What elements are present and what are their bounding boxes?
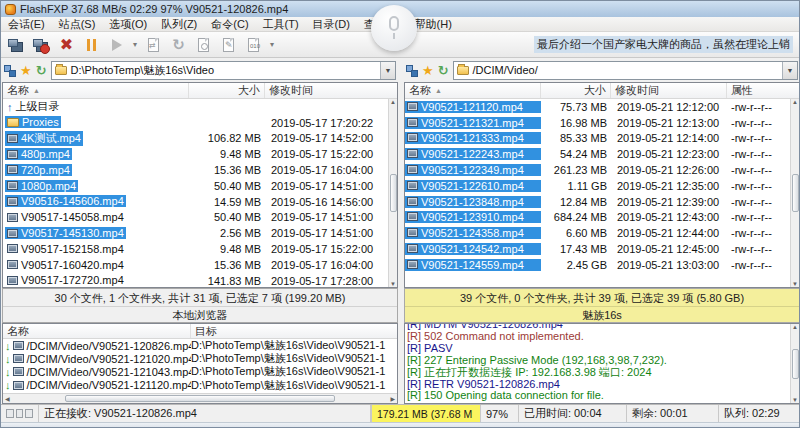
- file-row[interactable]: V90521-122610.mp4 1.11 GB 2019-05-21 12:…: [405, 178, 790, 194]
- file-row[interactable]: V90521-123910.mp4 684.24 MB 2019-05-21 1…: [405, 210, 790, 226]
- abort-button[interactable]: ✖: [54, 34, 79, 56]
- raw-mode-icon: [248, 38, 259, 52]
- scroll-right-icon[interactable]: ▶: [390, 395, 395, 402]
- remote-vertical-scrollbar[interactable]: ▲ ▼: [790, 99, 799, 287]
- file-row[interactable]: V90521-121333.mp4 85.33 MB 2019-05-21 12…: [405, 131, 790, 147]
- file-row[interactable]: 720p.mp4 15.36 MB 2019-05-17 16:04:00: [3, 162, 388, 178]
- file-row[interactable]: 480p.mp4 9.48 MB 2019-05-17 15:22:00: [3, 146, 388, 162]
- scroll-up-icon[interactable]: ▲: [792, 99, 798, 105]
- queue-column-name[interactable]: 名称: [3, 324, 191, 338]
- scroll-thumb[interactable]: [792, 349, 799, 379]
- file-row[interactable]: V90517-160420.mp4 15.36 MB 2019-05-17 16…: [3, 257, 388, 273]
- pause-button[interactable]: [79, 34, 104, 56]
- queue-row[interactable]: ↓/DCIM/Video/V90521-120826.mp4 D:\PhotoT…: [3, 339, 397, 352]
- resume-dropdown-button[interactable]: ▾: [129, 34, 141, 56]
- edit-file-button[interactable]: [216, 34, 241, 56]
- column-header-size[interactable]: 大小: [189, 83, 265, 98]
- file-type-icon: [7, 276, 18, 285]
- scroll-up-icon[interactable]: ▲: [792, 324, 798, 330]
- column-header-date[interactable]: 修改时间: [265, 83, 397, 98]
- scroll-down-icon[interactable]: ▼: [390, 281, 396, 287]
- column-header-name[interactable]: 名称▲: [405, 83, 541, 98]
- log-vertical-scrollbar[interactable]: ▲ ▼: [790, 324, 799, 403]
- column-header-size[interactable]: 大小: [541, 83, 611, 98]
- taskbar-edge: [1, 422, 799, 428]
- view-file-button[interactable]: [191, 34, 216, 56]
- file-row[interactable]: V90517-152158.mp4 9.48 MB 2019-05-17 15:…: [3, 241, 388, 257]
- site-manager-icon[interactable]: [4, 65, 16, 76]
- file-row[interactable]: V90516-145606.mp4 14.59 MB 2019-05-16 14…: [3, 194, 388, 210]
- file-row[interactable]: V90521-123848.mp4 12.84 MB 2019-05-21 12…: [405, 194, 790, 210]
- pause-icon: [87, 39, 96, 51]
- menu-item[interactable]: 会话(E): [1, 17, 52, 31]
- refresh-button[interactable]: ↻: [166, 34, 191, 56]
- movie-file-icon: [13, 367, 24, 376]
- scroll-up-icon[interactable]: ▲: [390, 99, 396, 105]
- go-arrow-icon[interactable]: ↻: [438, 64, 449, 77]
- file-row[interactable]: V90521-124559.mp4 2.45 GB 2019-05-21 13:…: [405, 257, 790, 273]
- transfer-status-message: 正在接收: V90521-120826.mp4: [39, 405, 371, 422]
- local-path-combobox[interactable]: D:\PhotoTemp\魅族16s\Video ▼: [51, 61, 396, 80]
- scroll-left-icon[interactable]: ◀: [5, 395, 10, 402]
- menu-item[interactable]: 站点(S): [52, 17, 103, 31]
- file-row[interactable]: V90521-124542.mp4 17.43 MB 2019-05-21 12…: [405, 241, 790, 257]
- file-type-icon: [7, 118, 19, 127]
- local-vertical-scrollbar[interactable]: ▲ ▼: [388, 99, 397, 287]
- remote-path-dropdown-button[interactable]: ▼: [782, 62, 797, 79]
- transfer-button[interactable]: [141, 34, 166, 56]
- remote-path-text: /DCIM/Video/: [473, 64, 538, 76]
- scroll-thumb[interactable]: [792, 174, 799, 212]
- file-row[interactable]: 4K测试.mp4 106.82 MB 2019-05-17 14:52:00: [3, 131, 388, 147]
- microphone-overlay-button[interactable]: [371, 5, 417, 51]
- scroll-down-icon[interactable]: ▼: [792, 281, 798, 287]
- remote-pane: ★ ↻ /DCIM/Video/ ▼ 名称▲ 大小 修改时间 属性: [404, 58, 800, 288]
- column-header-date[interactable]: 修改时间: [611, 83, 727, 98]
- resume-button[interactable]: [104, 34, 129, 56]
- file-row[interactable]: Proxies 2019-05-17 17:20:22: [3, 115, 388, 131]
- favorites-star-icon[interactable]: ★: [20, 64, 32, 77]
- toolbar-more-button[interactable]: ▾: [266, 34, 278, 56]
- remote-file-list: 名称▲ 大小 修改时间 属性 V90521-121120.mp4 75.73 M…: [404, 82, 800, 288]
- menu-item[interactable]: 目录(D): [306, 17, 357, 31]
- remaining-time: 剩余: 00:01: [627, 405, 719, 422]
- flashfxp-window: FlashFXP 37.68 MB/s 02:29 97% V90521-120…: [0, 0, 800, 428]
- menu-item[interactable]: 命令(C): [204, 17, 255, 31]
- file-row[interactable]: V90521-122243.mp4 54.24 MB 2019-05-21 12…: [405, 146, 790, 162]
- view-file-icon: [198, 38, 209, 52]
- file-row[interactable]: V90517-145058.mp4 50.40 MB 2019-05-17 14…: [3, 210, 388, 226]
- queue-horizontal-scrollbar[interactable]: ◀ ▶: [3, 393, 397, 403]
- disconnect-button[interactable]: [29, 34, 54, 56]
- go-arrow-icon[interactable]: ↻: [36, 64, 47, 77]
- scroll-down-icon[interactable]: ▼: [792, 397, 798, 403]
- connect-button[interactable]: [4, 34, 29, 56]
- local-path-dropdown-button[interactable]: ▼: [380, 62, 395, 79]
- queue-row[interactable]: ↓/DCIM/Video/V90521-121020.mp4 D:\PhotoT…: [3, 352, 397, 365]
- column-header-attr[interactable]: 属性: [727, 83, 799, 98]
- raw-mode-button[interactable]: [241, 34, 266, 56]
- file-row[interactable]: V90521-121120.mp4 75.73 MB 2019-05-21 12…: [405, 99, 790, 115]
- file-type-icon: [407, 260, 418, 269]
- scroll-thumb[interactable]: [390, 174, 397, 212]
- favorites-star-icon[interactable]: ★: [422, 64, 434, 77]
- remote-rows: V90521-121120.mp4 75.73 MB 2019-05-21 12…: [405, 99, 790, 287]
- menu-item[interactable]: 工具(T): [256, 17, 306, 31]
- site-manager-icon[interactable]: [406, 65, 418, 76]
- menu-item[interactable]: 选项(O): [102, 17, 154, 31]
- sort-asc-icon: ▲: [435, 87, 442, 94]
- queue-column-target[interactable]: 目标: [191, 324, 397, 338]
- file-row[interactable]: 1080p.mp4 50.40 MB 2019-05-17 14:51:00: [3, 178, 388, 194]
- column-header-name[interactable]: 名称▲: [3, 83, 189, 98]
- file-row[interactable]: V90517-172720.mp4 141.83 MB 2019-05-17 1…: [3, 273, 388, 287]
- file-row[interactable]: V90517-145130.mp4 2.56 MB 2019-05-17 14:…: [3, 225, 388, 241]
- menu-item[interactable]: 队列(Z): [154, 17, 204, 31]
- file-row[interactable]: V90521-124358.mp4 6.60 MB 2019-05-21 12:…: [405, 225, 790, 241]
- file-row[interactable]: V90521-121321.mp4 16.98 MB 2019-05-21 12…: [405, 115, 790, 131]
- lock-icon: [6, 409, 14, 418]
- queue-header: 名称 目标: [3, 324, 397, 339]
- file-row[interactable]: 上级目录: [3, 99, 388, 115]
- scroll-thumb[interactable]: [65, 395, 335, 402]
- remote-path-combobox[interactable]: /DCIM/Video/ ▼: [453, 61, 798, 80]
- queue-row[interactable]: ↓/DCIM/Video/V90521-121120.mp4 D:\PhotoT…: [3, 379, 397, 392]
- queue-row[interactable]: ↓/DCIM/Video/V90521-121043.mp4 D:\PhotoT…: [3, 365, 397, 378]
- file-row[interactable]: V90521-122349.mp4 261.23 MB 2019-05-21 1…: [405, 162, 790, 178]
